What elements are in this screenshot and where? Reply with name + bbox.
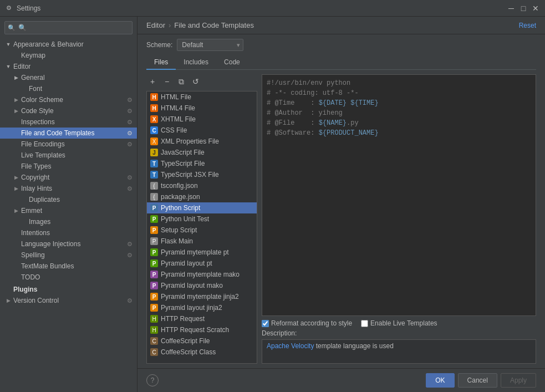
reset-template-button[interactable]: ↺ [190,75,202,88]
search-box[interactable]: 🔍 [4,21,133,34]
sidebar-item-inspections[interactable]: Inspections ⚙ [0,116,137,128]
file-item-label: Pyramid layout jinja2 [161,304,222,312]
sidebar-item-textmate-bundles[interactable]: TextMate Bundles [0,261,137,272]
file-item-label: HTTP Request [161,315,205,323]
reformat-checkbox[interactable] [262,320,269,327]
reset-button[interactable]: Reset [519,22,536,29]
cancel-button[interactable]: Cancel [458,373,497,388]
sidebar-item-version-control[interactable]: ▶ Version Control ⚙ [0,295,137,306]
expand-arrow-icon: ▼ [4,63,12,70]
list-item[interactable]: J JavaScript File [147,147,257,158]
sidebar-item-label: Inlay Hints [21,185,52,192]
sidebar-item-copyright[interactable]: ▶ Copyright ⚙ [0,172,137,183]
sidebar-item-code-style[interactable]: ▶ Code Style ⚙ [0,105,137,116]
sidebar-item-label: Code Style [21,107,54,115]
sidebar-item-label: Editor [13,63,30,70]
sidebar-item-inlay-hints[interactable]: ▶ Inlay Hints ⚙ [0,183,137,194]
file-item-label: XHTML File [161,115,196,123]
list-item[interactable]: P Pyramid layout mako [147,280,257,291]
gear-icon: ⚙ [127,252,133,259]
tab-includes[interactable]: Includes [176,55,216,70]
file-list[interactable]: H HTML File H HTML4 File X XHTML File [146,91,257,364]
reformat-checkbox-label[interactable]: Reformat according to style [262,319,352,327]
list-item[interactable]: T TypeScript File [147,158,257,169]
scheme-row: Scheme: Default Project [146,39,536,51]
list-item[interactable]: P Flask Main [147,236,257,247]
sidebar-item-live-templates[interactable]: Live Templates [0,150,137,161]
list-item[interactable]: { tsconfig.json [147,180,257,191]
sidebar-item-language-injections[interactable]: Language Injections ⚙ [0,238,137,250]
sidebar-item-file-encodings[interactable]: File Encodings ⚙ [0,139,137,150]
sidebar-item-file-and-code-templates[interactable]: File and Code Templates ⚙ [0,128,137,139]
apache-velocity-link[interactable]: Apache Velocity [267,342,314,350]
panel-body: Scheme: Default Project Files Includes C… [137,34,545,368]
list-item[interactable]: P Python Script [147,202,257,213]
spacer [20,85,28,93]
sidebar-item-keymap[interactable]: Keymap [0,50,137,61]
list-item[interactable]: P Setup Script [147,225,257,236]
sidebar-item-images[interactable]: Images [0,216,137,227]
file-item-label: Pyramid mytemplate pt [161,248,229,256]
tsx-file-icon: T [150,171,158,179]
sidebar-item-spelling[interactable]: Spelling ⚙ [0,250,137,261]
minimize-button[interactable]: ─ [506,3,516,13]
list-item[interactable]: H HTTP Request Scratch [147,324,257,335]
remove-template-button[interactable]: − [161,75,173,88]
list-item[interactable]: H HTTP Request [147,313,257,324]
close-button[interactable]: ✕ [531,3,541,13]
sidebar-item-appearance[interactable]: ▼ Appearance & Behavior [0,39,137,50]
sidebar-item-plugins[interactable]: Plugins [0,284,137,295]
tab-files[interactable]: Files [146,55,176,70]
list-item[interactable]: P Pyramid layout jinja2 [147,302,257,313]
file-item-label: HTTP Request Scratch [161,326,229,334]
spacer [12,273,20,281]
list-item[interactable]: P Pyramid mytemplate pt [147,247,257,258]
sidebar-item-label: File Types [21,162,51,170]
maximize-button[interactable]: □ [518,3,528,13]
list-item[interactable]: { package.json [147,191,257,202]
list-item[interactable]: X XML Properties File [147,136,257,147]
list-item[interactable]: H HTML4 File [147,103,257,114]
file-item-label: Pyramid layout mako [161,282,223,289]
copy-template-button[interactable]: ⧉ [175,75,187,88]
list-item[interactable]: P Python Unit Test [147,213,257,225]
list-item[interactable]: P Pyramid layout pt [147,258,257,269]
search-input[interactable] [4,21,133,34]
list-item[interactable]: C CoffeeScript Class [147,347,257,358]
list-item[interactable]: X XHTML File [147,114,257,125]
file-item-label: HTML File [161,93,191,101]
list-item[interactable]: C CoffeeScript File [147,335,257,347]
ok-button[interactable]: OK [426,373,454,388]
code-editor[interactable]: #!/usr/bin/env python # -*- coding: utf-… [262,74,536,316]
breadcrumb-current: File and Code Templates [174,21,254,29]
scheme-select[interactable]: Default Project [177,39,243,51]
sidebar-item-editor[interactable]: ▼ Editor [0,61,137,72]
sidebar-item-duplicates[interactable]: Duplicates [0,194,137,205]
sidebar-item-general[interactable]: ▶ General [0,72,137,83]
list-item[interactable]: C CSS File [147,125,257,136]
sidebar-item-label: Appearance & Behavior [13,40,84,48]
sidebar-item-file-types[interactable]: File Types [0,161,137,172]
sidebar-item-todo[interactable]: TODO [0,272,137,283]
options-row: Reformat according to style Enable Live … [262,316,536,329]
sidebar-item-font[interactable]: Font [0,83,137,94]
sidebar-item-label: TextMate Bundles [21,262,74,270]
help-button[interactable]: ? [146,374,159,386]
list-item[interactable]: T TypeScript JSX File [147,169,257,180]
breadcrumb: Editor › File and Code Templates Reset [137,17,545,34]
list-item[interactable]: H HTML File [147,91,257,103]
list-item[interactable]: P Pyramid mytemplate mako [147,269,257,280]
live-templates-checkbox-label[interactable]: Enable Live Templates [361,319,437,327]
list-item[interactable]: P Pyramid mytemplate jinja2 [147,291,257,302]
bottom-bar: ? OK Cancel Apply [137,368,545,392]
scheme-select-wrapper[interactable]: Default Project [177,39,243,51]
tab-code[interactable]: Code [216,55,248,70]
py-unit-test-icon: P [150,215,158,223]
apply-button[interactable]: Apply [501,373,536,388]
live-templates-checkbox[interactable] [361,320,368,327]
sidebar-item-intentions[interactable]: Intentions [0,227,137,238]
sidebar-item-emmet[interactable]: ▶ Emmet [0,205,137,216]
file-list-toolbar: + − ⧉ ↺ [146,74,257,89]
add-template-button[interactable]: + [146,75,159,88]
sidebar-item-color-scheme[interactable]: ▶ Color Scheme ⚙ [0,94,137,105]
